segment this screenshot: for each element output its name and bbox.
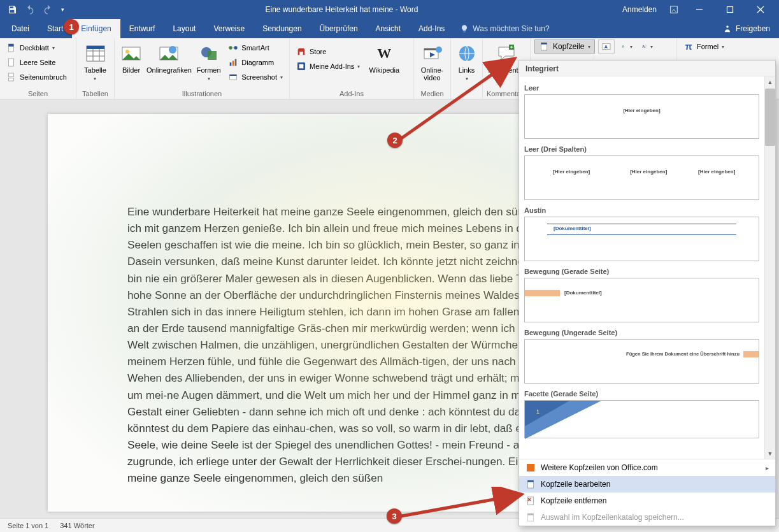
scroll-thumb[interactable] xyxy=(765,89,775,146)
tab-verweise[interactable]: Verweise xyxy=(204,19,254,38)
kopfzeile-button[interactable]: Kopfzeile ▾ xyxy=(534,40,595,54)
gallery-scrollbar[interactable]: ▲ ▼ xyxy=(764,76,775,459)
gallery-list[interactable]: Leer [Hier eingeben] Leer (Drei Spalten)… xyxy=(519,76,764,459)
svg-point-27 xyxy=(436,47,442,53)
gallery-item-title: Leer (Drei Spalten) xyxy=(524,145,759,153)
kopfzeile-bearbeiten-button[interactable]: Kopfzeile bearbeiten xyxy=(519,476,775,492)
svg-rect-7 xyxy=(8,78,13,81)
window-title: Eine wunderbare Heiterkeit hat meine - W… xyxy=(68,5,616,14)
kopfzeile-bearbeiten-label: Kopfzeile bearbeiten xyxy=(541,480,610,489)
onlinegrafiken-label: Onlinegrafiken xyxy=(147,66,192,74)
tab-einfuegen[interactable]: Einfügen xyxy=(72,19,120,38)
svg-rect-37 xyxy=(527,464,534,471)
svg-text:A: A xyxy=(642,45,645,48)
save-to-gallery-button: Auswahl im Kopfzeilenkatalog speichern..… xyxy=(519,509,775,526)
quick-access-toolbar: ▾ xyxy=(4,1,68,18)
ribbon-display-options-button[interactable] xyxy=(664,0,683,19)
status-words[interactable]: 341 Wörter xyxy=(60,522,94,529)
undo-button[interactable] xyxy=(22,1,38,18)
meine-addins-button[interactable]: Meine Add-Ins ▾ xyxy=(294,59,362,73)
svg-text:A: A xyxy=(604,44,608,50)
remove-header-icon xyxy=(525,496,536,506)
leere-seite-label: Leere Seite xyxy=(20,59,55,66)
office-icon xyxy=(525,463,536,473)
scroll-up-button[interactable]: ▲ xyxy=(765,76,775,87)
deckblatt-label: Deckblatt xyxy=(20,44,49,52)
seitenumbruch-label: Seitenumbruch xyxy=(20,73,67,81)
dropcap-button[interactable]: A▾ xyxy=(639,40,655,54)
tell-me-search[interactable]: Was möchten Sie tun? xyxy=(454,19,555,38)
group-seiten-label: Seiten xyxy=(4,89,72,99)
tab-addins[interactable]: Add-Ins xyxy=(410,19,454,38)
callout-3: 3 xyxy=(387,508,402,524)
tab-layout[interactable]: Layout xyxy=(164,19,204,38)
svg-rect-42 xyxy=(527,514,533,515)
svg-rect-20 xyxy=(235,59,237,66)
kopfzeile-gallery: Integriert Leer [Hier eingeben] Leer (Dr… xyxy=(518,60,776,526)
formen-button[interactable]: Formen▾ xyxy=(194,41,223,82)
qat-customize-button[interactable]: ▾ xyxy=(57,1,68,18)
save-button[interactable] xyxy=(4,1,20,18)
minimize-button[interactable] xyxy=(685,0,714,19)
svg-point-11 xyxy=(125,50,129,54)
more-headers-office-button[interactable]: Weitere Kopfzeilen von Office.com ▸ xyxy=(519,459,775,476)
svg-rect-18 xyxy=(230,62,232,66)
lightbulb-icon xyxy=(460,24,469,33)
kopfzeile-label: Kopfzeile xyxy=(553,42,584,51)
scroll-down-button[interactable]: ▼ xyxy=(765,448,775,459)
close-button[interactable] xyxy=(746,0,775,19)
links-button[interactable]: Links▾ xyxy=(455,41,478,82)
gallery-thumb-leer[interactable]: [Hier eingeben] xyxy=(524,94,759,139)
diagramm-button[interactable]: Diagramm xyxy=(225,55,285,69)
group-tabellen-label: Tabellen xyxy=(80,89,110,99)
tab-sendungen[interactable]: Sendungen xyxy=(254,19,310,38)
svg-point-13 xyxy=(169,46,176,54)
redo-button[interactable] xyxy=(39,1,56,18)
gallery-thumb-leer3[interactable]: [Hier eingeben] [Hier eingeben] [Hier ei… xyxy=(524,155,759,200)
gallery-item-title: Bewegung (Ungerade Seite) xyxy=(524,329,759,336)
smartart-button[interactable]: SmartArt xyxy=(225,41,285,55)
store-button[interactable]: Store xyxy=(294,45,362,59)
tab-datei[interactable]: Datei xyxy=(3,19,38,38)
tab-ansicht[interactable]: Ansicht xyxy=(367,19,410,38)
onlinevideo-label: Online- video xyxy=(421,66,443,82)
svg-rect-39 xyxy=(527,480,533,482)
gallery-item-title: Austin xyxy=(524,206,759,214)
onlinevideo-button[interactable]: Online- video xyxy=(418,41,447,82)
onlinegrafiken-button[interactable]: Onlinegrafiken xyxy=(147,41,192,74)
svg-rect-6 xyxy=(8,73,13,76)
svg-point-16 xyxy=(229,46,232,49)
gallery-thumb-austin[interactable]: [Dokumenttitel] xyxy=(524,217,759,261)
textbox-button[interactable]: A xyxy=(598,40,615,54)
screenshot-label: Screenshot xyxy=(241,73,277,81)
diagramm-label: Diagramm xyxy=(241,59,274,66)
gallery-thumb-bewegung-ungerade[interactable]: Fügen Sie Ihrem Dokument eine Überschrif… xyxy=(524,339,759,384)
maximize-button[interactable] xyxy=(715,0,745,19)
wikipedia-button[interactable]: W Wikipedia xyxy=(365,41,403,74)
sign-in-button[interactable]: Anmelden xyxy=(616,5,663,14)
tab-ueberpruefen[interactable]: Überprüfen xyxy=(311,19,367,38)
tabelle-button[interactable]: Tabelle▾ xyxy=(80,41,110,82)
group-illustrationen-label: Illustrationen xyxy=(118,89,285,99)
svg-rect-15 xyxy=(208,51,217,60)
tab-entwurf[interactable]: Entwurf xyxy=(120,19,164,38)
save-selection-icon xyxy=(525,512,536,522)
bilder-button[interactable]: Bilder xyxy=(118,41,144,74)
leere-seite-button[interactable]: Leere Seite xyxy=(4,55,69,69)
svg-rect-22 xyxy=(230,75,237,76)
gallery-thumb-facette[interactable]: 1 xyxy=(524,400,759,438)
gallery-thumb-bewegung-gerade[interactable]: [Dokumenttitel] xyxy=(524,278,759,322)
kopfzeile-entfernen-button[interactable]: Kopfzeile entfernen xyxy=(519,492,775,509)
seitenumbruch-button[interactable]: Seitenumbruch xyxy=(4,70,69,84)
formel-label: Formel xyxy=(697,43,718,50)
status-page[interactable]: Seite 1 von 1 xyxy=(8,522,48,529)
formen-label: Formen xyxy=(197,66,221,74)
deckblatt-button[interactable]: Deckblatt ▾ xyxy=(4,41,69,55)
smartart-label: SmartArt xyxy=(241,44,269,52)
group-medien-label: Medien xyxy=(418,89,447,99)
formel-button[interactable]: πFormel ▾ xyxy=(681,40,727,54)
screenshot-button[interactable]: Screenshot ▾ xyxy=(225,70,285,84)
wordart-button[interactable]: A▾ xyxy=(618,40,635,54)
share-button[interactable]: Freigeben xyxy=(714,19,779,38)
save-to-gallery-label: Auswahl im Kopfzeilenkatalog speichern..… xyxy=(541,513,684,522)
